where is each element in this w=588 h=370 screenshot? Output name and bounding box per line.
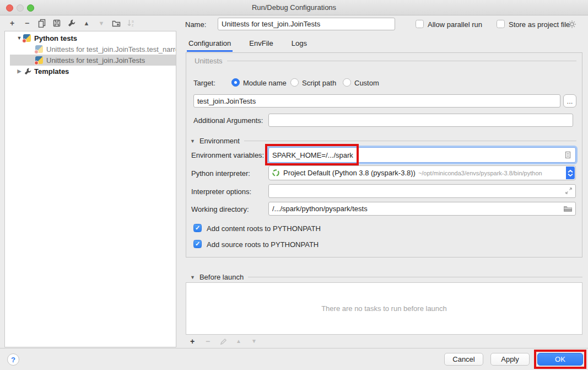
- footer-divider: [0, 348, 588, 348]
- remove-task-button: −: [203, 337, 212, 346]
- python-test-icon: [35, 45, 43, 53]
- working-directory-input[interactable]: [268, 202, 576, 216]
- python-test-icon: [35, 56, 43, 64]
- add-source-roots-label: Add source roots to PYTHONPATH: [207, 240, 319, 249]
- expanded-arrow-icon[interactable]: ▼: [190, 138, 195, 144]
- target-script-path-radio[interactable]: [290, 78, 299, 87]
- group-divider: [227, 61, 576, 61]
- wrench-icon: [23, 67, 32, 76]
- move-down-button: ▼: [97, 19, 106, 28]
- edit-variables-list-icon[interactable]: [563, 151, 572, 161]
- tree-item-label: Unittests for test_join.JoinTests: [46, 56, 145, 65]
- before-launch-tasks-panel: There are no tasks to run before launch: [186, 282, 582, 335]
- ok-button[interactable]: OK: [537, 353, 583, 366]
- check-icon: ✓: [195, 224, 200, 232]
- before-launch-group-header[interactable]: ▼ Before launch: [190, 273, 582, 281]
- titlebar: Run/Debug Configurations: [0, 0, 588, 15]
- tree-item-templates[interactable]: ▶ Templates: [10, 66, 176, 77]
- conda-environment-icon: [272, 169, 280, 177]
- python-interpreter-select[interactable]: Project Default (Python 3.8 (pyspark-3.8…: [268, 165, 576, 180]
- add-content-roots-checkbox[interactable]: ✓: [193, 224, 202, 232]
- help-icon: ?: [11, 356, 15, 364]
- tree-item-unittests-test-narrow[interactable]: Unittests for test_join.JoinTests.test_n…: [10, 44, 176, 55]
- additional-arguments-input[interactable]: [268, 114, 573, 127]
- name-input[interactable]: [218, 18, 395, 30]
- target-module-name-label: Module name: [243, 79, 287, 87]
- python-interpreter-path: ~/opt/miniconda3/envs/pyspark-3.8/bin/py…: [418, 170, 542, 176]
- additional-arguments-label: Additional Arguments:: [193, 116, 263, 125]
- run-debug-configurations-dialog: Run/Debug Configurations + − ▲ ▼ az ▼ Py…: [0, 0, 588, 370]
- configurations-tree-panel: ▼ Python tests Unittests for test_join.J…: [4, 31, 176, 347]
- expanded-arrow-icon[interactable]: ▼: [190, 275, 195, 280]
- add-content-roots-label: Add content roots to PYTHONPATH: [207, 224, 321, 233]
- unittests-group-label: Unittests: [195, 57, 223, 65]
- target-script-path-label: Script path: [302, 79, 336, 87]
- store-as-project-file-checkbox[interactable]: [497, 20, 505, 28]
- environment-group-label: Environment: [199, 137, 240, 145]
- tree-item-label: Templates: [34, 67, 69, 76]
- browse-folder-icon[interactable]: [563, 204, 573, 215]
- interpreter-options-input[interactable]: [268, 184, 576, 198]
- save-configuration-icon[interactable]: [52, 19, 61, 28]
- target-custom-radio[interactable]: [343, 78, 351, 87]
- configurations-toolbar: + − ▲ ▼ az: [8, 18, 136, 29]
- target-module-name-radio[interactable]: [231, 78, 240, 87]
- move-up-button[interactable]: ▲: [82, 19, 91, 28]
- combo-stepper-icon[interactable]: [566, 167, 575, 179]
- browse-module-button[interactable]: ...: [563, 94, 576, 108]
- tab-envfile[interactable]: EnvFile: [247, 36, 274, 52]
- apply-button[interactable]: Apply: [490, 353, 530, 366]
- gear-icon[interactable]: [568, 20, 576, 30]
- move-task-down-button: ▼: [250, 337, 258, 346]
- add-task-button[interactable]: +: [188, 337, 197, 346]
- python-tests-icon: [23, 34, 31, 42]
- cancel-button[interactable]: Cancel: [444, 353, 483, 366]
- sort-configurations-icon: az: [127, 19, 136, 28]
- check-icon: ✓: [195, 240, 200, 248]
- tab-logs[interactable]: Logs: [290, 36, 309, 52]
- expand-field-icon[interactable]: [564, 186, 573, 197]
- add-source-roots-checkbox[interactable]: ✓: [193, 240, 202, 248]
- remove-configuration-button[interactable]: −: [23, 19, 31, 28]
- allow-parallel-run-label: Allow parallel run: [428, 20, 482, 29]
- tab-bar: Configuration EnvFile Logs: [187, 36, 309, 52]
- collapsed-arrow-icon[interactable]: ▶: [15, 68, 23, 74]
- edit-task-pencil-icon: [219, 337, 228, 346]
- copy-configuration-icon[interactable]: [37, 19, 46, 28]
- target-custom-label: Custom: [354, 79, 379, 87]
- move-task-up-button: ▲: [234, 337, 243, 346]
- tree-item-label: Unittests for test_join.JoinTests.test_n…: [46, 45, 176, 53]
- unittests-group-header: Unittests: [195, 57, 576, 65]
- environment-variables-input[interactable]: [268, 147, 576, 163]
- help-button[interactable]: ?: [7, 353, 19, 366]
- name-label: Name:: [185, 20, 206, 29]
- tree-item-unittests-jointests[interactable]: Unittests for test_join.JoinTests: [10, 55, 176, 66]
- before-launch-toolbar: + − ▲ ▼: [188, 336, 258, 346]
- working-directory-label: Working directory:: [191, 205, 249, 213]
- module-name-input[interactable]: [193, 94, 560, 108]
- svg-text:z: z: [132, 23, 133, 27]
- group-divider: [244, 141, 576, 141]
- before-launch-empty-text: There are no tasks to run before launch: [321, 304, 447, 313]
- environment-group-header[interactable]: ▼ Environment: [190, 137, 576, 145]
- before-launch-group-label: Before launch: [199, 273, 244, 281]
- window-title: Run/Debug Configurations: [0, 0, 588, 15]
- svg-text:a: a: [132, 19, 134, 23]
- environment-variables-label: Environment variables:: [191, 151, 264, 159]
- interpreter-options-label: Interpreter options:: [191, 187, 251, 196]
- tree-item-label: Python tests: [34, 34, 77, 42]
- group-divider: [248, 277, 582, 277]
- allow-parallel-run-checkbox[interactable]: [416, 20, 424, 28]
- edit-templates-wrench-icon[interactable]: [67, 19, 76, 28]
- new-folder-icon[interactable]: [112, 19, 121, 28]
- tab-configuration[interactable]: Configuration: [187, 36, 233, 52]
- python-interpreter-value: Project Default (Python 3.8 (pyspark-3.8…: [283, 169, 416, 177]
- store-as-project-file-label: Store as project file: [509, 20, 570, 29]
- python-interpreter-label: Python interpreter:: [191, 169, 250, 178]
- add-configuration-button[interactable]: +: [8, 19, 17, 28]
- tree-item-python-tests[interactable]: ▼ Python tests: [10, 33, 176, 44]
- target-label: Target:: [193, 79, 215, 87]
